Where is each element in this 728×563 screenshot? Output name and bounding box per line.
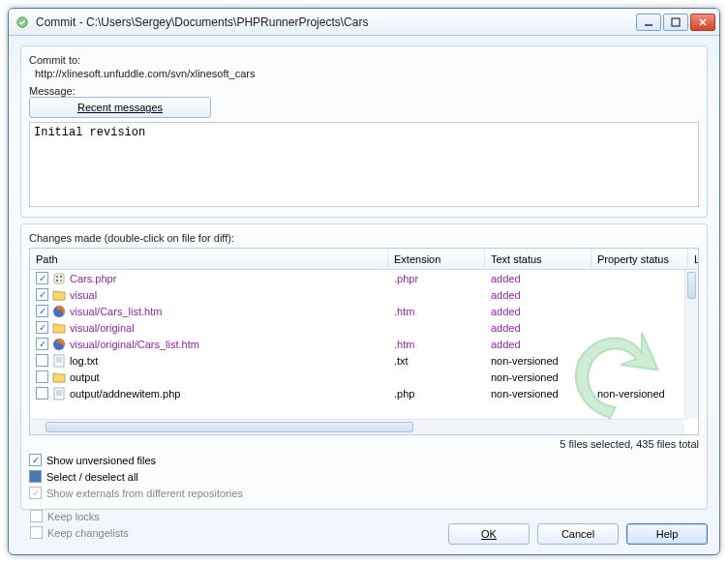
checkbox-icon xyxy=(29,454,42,466)
checkbox-icon xyxy=(29,487,42,499)
show-unversioned-checkbox[interactable]: Show unversioned files xyxy=(29,452,699,468)
svg-rect-16 xyxy=(54,388,64,400)
maximize-button[interactable] xyxy=(663,14,688,31)
minimize-button[interactable] xyxy=(636,14,661,31)
col-lock[interactable]: Lo xyxy=(688,249,699,269)
changes-panel: Changes made (double-click on file for d… xyxy=(20,223,708,510)
file-path: visual/Cars_list.htm xyxy=(70,306,162,317)
grid-header[interactable]: Path Extension Text status Property stat… xyxy=(30,249,698,270)
file-path: visual/original/Cars_list.htm xyxy=(70,339,199,350)
phprunner-icon xyxy=(52,272,66,285)
app-icon xyxy=(15,15,30,30)
file-row[interactable]: visual/original/Cars_list.htm.htmadded xyxy=(30,336,684,352)
commit-to-label: Commit to: xyxy=(29,54,699,66)
col-path[interactable]: Path xyxy=(30,249,388,269)
checkbox-icon xyxy=(29,470,42,483)
text-icon xyxy=(52,354,66,368)
folder-icon xyxy=(52,370,66,384)
checkbox-icon xyxy=(30,526,43,539)
svg-rect-12 xyxy=(54,355,64,367)
col-text-status[interactable]: Text status xyxy=(485,249,592,269)
commit-url: http://xlinesoft.unfuddle.com/svn/xlines… xyxy=(35,68,699,79)
file-row[interactable]: log.txt.txtnon-versioned xyxy=(30,352,684,369)
file-path: output xyxy=(70,371,100,383)
folder-icon xyxy=(52,321,66,335)
file-row[interactable]: visual/Cars_list.htm.htmadded xyxy=(30,303,684,319)
firefox-icon xyxy=(52,338,66,351)
file-path: Cars.phpr xyxy=(70,273,116,284)
file-row[interactable]: visual/originaladded xyxy=(30,319,684,336)
show-externals-checkbox: Show externals from different repositori… xyxy=(29,485,699,501)
row-checkbox[interactable] xyxy=(36,387,48,400)
row-checkbox[interactable] xyxy=(36,354,48,367)
svg-point-7 xyxy=(60,275,63,278)
firefox-icon xyxy=(52,305,66,318)
row-checkbox[interactable] xyxy=(36,338,48,350)
file-path: visual xyxy=(70,289,97,301)
message-label: Message: xyxy=(29,85,699,97)
ok-button[interactable]: OK xyxy=(448,523,530,545)
file-row[interactable]: Cars.phpr.phpradded xyxy=(30,270,684,286)
row-checkbox[interactable] xyxy=(36,305,48,317)
file-row[interactable]: outputnon-versioned xyxy=(30,369,684,385)
file-path: output/addnewitem.php xyxy=(70,388,180,400)
svg-point-8 xyxy=(56,279,59,282)
file-path: visual/original xyxy=(70,322,135,334)
text-icon xyxy=(52,387,66,400)
file-path: log.txt xyxy=(70,355,98,367)
file-row[interactable]: visualadded xyxy=(30,286,684,303)
commit-dialog: Commit - C:\Users\Sergey\Documents\PHPRu… xyxy=(8,8,720,555)
grid-body[interactable]: Cars.phpr.phpraddedvisualaddedvisual/Car… xyxy=(30,270,684,419)
commit-message-input[interactable] xyxy=(29,122,699,207)
col-extension[interactable]: Extension xyxy=(388,249,485,269)
titlebar[interactable]: Commit - C:\Users\Sergey\Documents\PHPRu… xyxy=(9,9,719,36)
row-checkbox[interactable] xyxy=(36,288,48,301)
keep-changelists-checkbox: Keep changelists xyxy=(30,524,129,541)
col-property-status[interactable]: Property status xyxy=(592,249,688,269)
row-checkbox[interactable] xyxy=(36,370,48,383)
window-title: Commit - C:\Users\Sergey\Documents\PHPRu… xyxy=(36,15,636,29)
cancel-button[interactable]: Cancel xyxy=(537,523,619,545)
changes-label: Changes made (double-click on file for d… xyxy=(29,232,699,244)
row-checkbox[interactable] xyxy=(36,321,48,334)
row-checkbox[interactable] xyxy=(36,272,48,284)
help-button[interactable]: Help xyxy=(626,523,708,545)
horizontal-scrollbar[interactable] xyxy=(30,419,684,434)
svg-point-6 xyxy=(56,275,59,278)
folder-icon xyxy=(52,288,66,302)
svg-rect-5 xyxy=(54,274,64,283)
file-row[interactable]: output/addnewitem.php.phpnon-versionedno… xyxy=(30,385,684,401)
close-button[interactable] xyxy=(690,14,715,31)
commit-to-panel: Commit to: http://xlinesoft.unfuddle.com… xyxy=(20,45,708,218)
file-grid[interactable]: Path Extension Text status Property stat… xyxy=(29,248,699,435)
checkbox-icon xyxy=(30,510,43,522)
keep-locks-checkbox: Keep locks xyxy=(30,508,129,524)
vertical-scrollbar[interactable] xyxy=(684,270,698,419)
select-all-checkbox[interactable]: Select / deselect all xyxy=(29,468,699,485)
svg-rect-2 xyxy=(672,18,680,26)
svg-point-9 xyxy=(60,279,63,282)
recent-messages-button[interactable]: Recent messages xyxy=(29,97,211,118)
selection-summary: 5 files selected, 435 files total xyxy=(29,435,699,450)
